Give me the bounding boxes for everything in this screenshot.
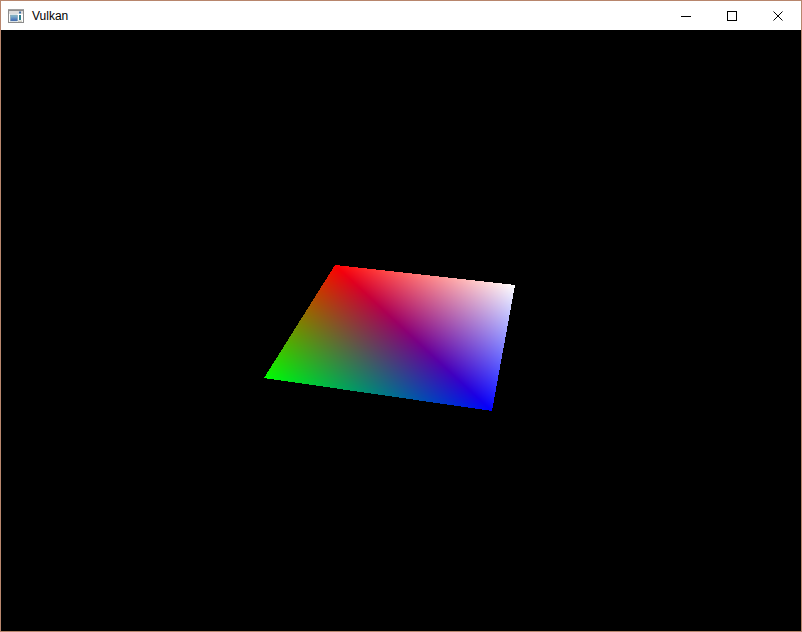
app-window: Vulkan — [0, 0, 802, 632]
maximize-button[interactable] — [709, 1, 755, 30]
minimize-button[interactable] — [663, 1, 709, 30]
maximize-icon — [727, 11, 737, 21]
close-button[interactable] — [755, 1, 801, 30]
close-icon — [773, 11, 783, 21]
minimize-icon — [681, 11, 691, 21]
window-controls — [663, 1, 801, 30]
app-icon[interactable] — [8, 8, 24, 24]
window-title: Vulkan — [32, 9, 68, 23]
vulkan-canvas — [1, 30, 801, 631]
render-viewport — [1, 30, 801, 631]
titlebar[interactable]: Vulkan — [1, 1, 801, 30]
